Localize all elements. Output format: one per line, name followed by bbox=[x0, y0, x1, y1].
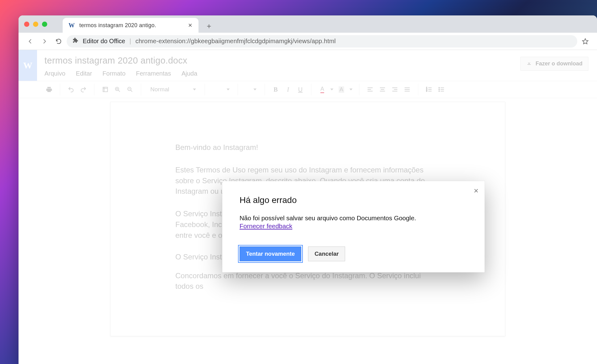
text-color-button[interactable]: A bbox=[317, 84, 328, 95]
svg-point-8 bbox=[439, 91, 440, 92]
bold-button[interactable]: B bbox=[270, 84, 281, 95]
extension-icon bbox=[72, 37, 78, 45]
font-family-dropdown[interactable] bbox=[211, 84, 232, 95]
dialog-feedback-link[interactable]: Fornecer feedback bbox=[240, 222, 292, 230]
doc-title[interactable]: termos instagram 2020 antigo.docx bbox=[44, 56, 520, 66]
highlight-more[interactable] bbox=[349, 84, 353, 95]
align-right-button[interactable] bbox=[390, 84, 400, 95]
chevron-down-icon bbox=[227, 89, 230, 90]
tab-close-button[interactable]: ✕ bbox=[187, 21, 194, 30]
minimize-window-button[interactable] bbox=[33, 22, 38, 27]
menu-tools[interactable]: Ferramentas bbox=[136, 70, 171, 77]
toolbar-row: Editor do Office | chrome-extension://gb… bbox=[19, 33, 597, 50]
underline-button[interactable]: U bbox=[295, 84, 306, 95]
error-dialog: × Há algo errado Não foi possível salvar… bbox=[222, 181, 485, 272]
tab-title: termos instagram 2020 antigo. bbox=[79, 22, 182, 29]
address-url: chrome-extension://gbkeegbaiigmenfmjfclc… bbox=[136, 38, 336, 45]
numbered-list-button[interactable]: 123 bbox=[424, 84, 434, 95]
chevron-down-icon bbox=[349, 89, 353, 90]
doc-paragraph: Bem-vindo ao Instagram! bbox=[175, 142, 440, 153]
menu-file[interactable]: Arquivo bbox=[44, 70, 65, 77]
zoom-out-button[interactable] bbox=[125, 84, 135, 95]
menu-edit[interactable]: Editar bbox=[76, 70, 92, 77]
doc-paragraph: Concordamos em fornecer a você o Serviço… bbox=[175, 271, 440, 292]
dialog-close-button[interactable]: × bbox=[474, 186, 478, 196]
download-label: Fazer o download bbox=[536, 60, 582, 67]
dialog-actions: Tentar novamente Cancelar bbox=[240, 246, 467, 261]
bookmark-star-button[interactable] bbox=[579, 38, 591, 45]
address-separator: | bbox=[129, 38, 131, 45]
print-button[interactable] bbox=[44, 84, 54, 95]
window-controls bbox=[24, 15, 63, 33]
nav-back-button[interactable] bbox=[24, 35, 36, 48]
chevron-down-icon bbox=[253, 89, 257, 90]
download-icon bbox=[526, 60, 532, 67]
menu-format[interactable]: Formato bbox=[102, 70, 125, 77]
font-size-dropdown[interactable] bbox=[244, 84, 259, 95]
paragraph-style-dropdown[interactable]: Normal bbox=[147, 84, 199, 95]
dialog-title: Há algo errado bbox=[240, 195, 467, 205]
browser-window: W termos instagram 2020 antigo. ✕ ＋ Edit… bbox=[19, 15, 597, 364]
doc-header: W termos instagram 2020 antigo.docx Arqu… bbox=[19, 50, 597, 81]
menubar: Arquivo Editar Formato Ferramentas Ajuda bbox=[44, 70, 520, 77]
redo-button[interactable] bbox=[78, 84, 89, 95]
address-label: Editor do Office bbox=[83, 38, 125, 45]
align-left-button[interactable] bbox=[365, 84, 375, 95]
tab-strip: W termos instagram 2020 antigo. ✕ ＋ bbox=[19, 15, 597, 33]
maximize-window-button[interactable] bbox=[42, 22, 47, 27]
text-color-more[interactable] bbox=[329, 84, 334, 95]
tab-favicon: W bbox=[68, 22, 75, 29]
svg-rect-0 bbox=[103, 87, 108, 92]
align-center-button[interactable] bbox=[377, 84, 388, 95]
zoom-in-button[interactable] bbox=[112, 84, 123, 95]
dialog-message: Não foi possível salvar seu arquivo como… bbox=[240, 214, 467, 222]
align-justify-button[interactable] bbox=[402, 84, 412, 95]
cancel-button[interactable]: Cancelar bbox=[308, 246, 345, 261]
highlight-button[interactable]: A bbox=[336, 84, 347, 95]
browser-tab[interactable]: W termos instagram 2020 antigo. ✕ bbox=[63, 18, 198, 33]
chevron-down-icon bbox=[330, 89, 333, 90]
svg-text:3: 3 bbox=[426, 90, 427, 92]
app-logo: W bbox=[19, 50, 37, 81]
paragraph-style-label: Normal bbox=[150, 86, 169, 93]
menu-help[interactable]: Ajuda bbox=[182, 70, 197, 77]
svg-point-6 bbox=[439, 87, 440, 88]
undo-button[interactable] bbox=[66, 84, 76, 95]
bulleted-list-button[interactable] bbox=[436, 84, 447, 95]
retry-button[interactable]: Tentar novamente bbox=[240, 246, 301, 261]
nav-reload-button[interactable] bbox=[52, 35, 65, 48]
new-tab-button[interactable]: ＋ bbox=[202, 19, 216, 33]
download-button[interactable]: Fazer o download bbox=[520, 57, 588, 71]
nav-forward-button[interactable] bbox=[38, 35, 51, 48]
fit-button[interactable] bbox=[100, 84, 111, 95]
chevron-down-icon bbox=[193, 89, 196, 90]
svg-point-7 bbox=[439, 89, 440, 90]
close-window-button[interactable] bbox=[24, 22, 29, 27]
app-area: W termos instagram 2020 antigo.docx Arqu… bbox=[19, 50, 597, 364]
italic-button[interactable]: I bbox=[283, 84, 293, 95]
formatting-toolbar: Normal B I U A A bbox=[19, 81, 597, 98]
address-bar[interactable]: Editor do Office | chrome-extension://gb… bbox=[67, 35, 577, 48]
